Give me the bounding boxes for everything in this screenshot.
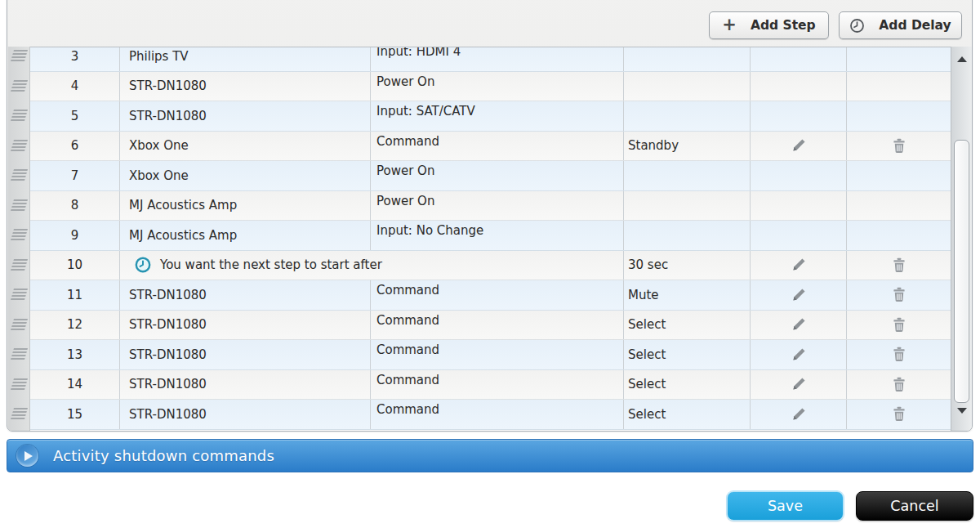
edit-step-button[interactable]	[788, 254, 809, 275]
step-command: Input: No Change	[371, 221, 624, 250]
delete-step-button[interactable]	[889, 135, 910, 156]
drag-handle-icon[interactable]	[9, 78, 29, 94]
drag-handle-icon[interactable]	[9, 405, 29, 422]
drag-handle-icon[interactable]	[9, 376, 29, 392]
step-value	[624, 101, 751, 131]
add-step-label: Add Step	[751, 18, 816, 33]
delete-step-button[interactable]	[889, 374, 910, 395]
add-step-button[interactable]: + Add Step	[709, 11, 829, 39]
step-command: Power On	[371, 191, 624, 221]
pencil-icon	[791, 347, 806, 362]
steps-panel: + Add Step Add Delay 3Philips TVInput: H…	[7, 0, 973, 432]
drag-handle-icon[interactable]	[9, 257, 29, 273]
handle-slot	[8, 190, 29, 221]
edit-cell	[751, 311, 847, 340]
drag-handle-icon[interactable]	[9, 286, 29, 302]
edit-cell	[751, 47, 847, 71]
table-row: 13STR-DN1080CommandSelect	[30, 340, 951, 370]
clock-icon	[849, 18, 865, 34]
arrow-up-icon	[957, 56, 967, 62]
handle-slot	[8, 369, 29, 400]
step-number: 5	[30, 101, 120, 131]
drag-handle-icon[interactable]	[9, 47, 29, 64]
delete-cell	[847, 101, 951, 131]
delete-cell	[847, 161, 951, 190]
delete-cell	[847, 251, 951, 280]
scrollbar-thumb[interactable]	[954, 140, 969, 403]
step-number: 7	[30, 161, 120, 190]
step-command: Command	[371, 311, 624, 340]
edit-cell	[751, 251, 847, 280]
handle-slot	[8, 339, 29, 369]
delete-step-button[interactable]	[889, 284, 910, 306]
delete-step-button[interactable]	[889, 254, 910, 275]
handle-slot	[8, 71, 29, 101]
delete-step-button[interactable]	[889, 404, 910, 425]
drag-handle-icon[interactable]	[9, 226, 29, 243]
expand-section-button[interactable]	[16, 445, 38, 467]
edit-cell	[751, 101, 847, 131]
cancel-label: Cancel	[890, 498, 938, 514]
step-device: Philips TV	[120, 47, 371, 71]
drag-handle-icon[interactable]	[9, 107, 29, 123]
drag-handle-icon[interactable]	[9, 167, 29, 183]
step-command: Power On	[371, 72, 624, 101]
scroll-down-button[interactable]	[951, 408, 973, 414]
table-row: 6Xbox OneCommandStandby	[30, 132, 951, 162]
edit-cell	[751, 370, 847, 400]
step-device: STR-DN1080	[120, 370, 371, 400]
step-device: MJ Acoustics Amp	[120, 191, 371, 221]
step-number: 14	[30, 370, 120, 400]
step-device: Xbox One	[120, 132, 371, 161]
delete-cell	[847, 370, 951, 400]
drag-handle-icon[interactable]	[9, 316, 29, 333]
edit-cell	[751, 400, 847, 429]
delete-step-button[interactable]	[889, 314, 910, 335]
step-value: Select	[624, 340, 751, 369]
trash-icon	[892, 287, 906, 302]
handle-slot	[8, 220, 29, 250]
table-row: 3Philips TVInput: HDMI 4	[30, 47, 951, 72]
edit-step-button[interactable]	[788, 404, 809, 425]
step-command: Command	[371, 280, 624, 310]
step-number: 15	[30, 400, 120, 429]
delete-cell	[847, 132, 951, 161]
table-row: 14STR-DN1080CommandSelect	[30, 370, 951, 400]
drag-handle-icon[interactable]	[9, 346, 29, 362]
pencil-icon	[791, 377, 806, 392]
edit-step-button[interactable]	[788, 374, 809, 395]
drag-handle-list	[8, 47, 29, 429]
trash-icon	[892, 347, 906, 362]
add-delay-button[interactable]: Add Delay	[839, 11, 962, 39]
pencil-icon	[791, 138, 806, 153]
delete-step-button[interactable]	[889, 344, 910, 365]
step-value: Select	[624, 311, 751, 340]
step-command: Command	[371, 400, 624, 429]
cancel-button[interactable]: Cancel	[856, 491, 973, 521]
delete-cell	[847, 280, 951, 310]
edit-step-button[interactable]	[788, 344, 809, 365]
edit-step-button[interactable]	[788, 135, 809, 156]
edit-step-button[interactable]	[788, 314, 809, 335]
step-number: 4	[30, 72, 120, 101]
edit-cell	[751, 280, 847, 310]
step-device: STR-DN1080	[120, 72, 371, 101]
plus-icon: +	[722, 16, 737, 34]
save-label: Save	[768, 498, 803, 514]
vertical-scrollbar[interactable]	[951, 47, 973, 431]
step-number: 12	[30, 311, 120, 340]
edit-step-button[interactable]	[788, 284, 809, 306]
shutdown-commands-header[interactable]: Activity shutdown commands	[7, 439, 973, 472]
step-value: 30 sec	[624, 251, 751, 280]
save-button[interactable]: Save	[727, 491, 844, 521]
drag-handle-icon[interactable]	[9, 137, 29, 154]
step-value	[624, 221, 751, 250]
scroll-up-button[interactable]	[951, 56, 973, 62]
handle-slot	[8, 131, 29, 161]
pencil-icon	[791, 257, 806, 272]
step-number: 10	[30, 251, 120, 280]
drag-handle-icon[interactable]	[9, 197, 29, 213]
pencil-icon	[791, 288, 806, 302]
step-value	[624, 191, 751, 221]
delete-cell	[847, 191, 951, 221]
